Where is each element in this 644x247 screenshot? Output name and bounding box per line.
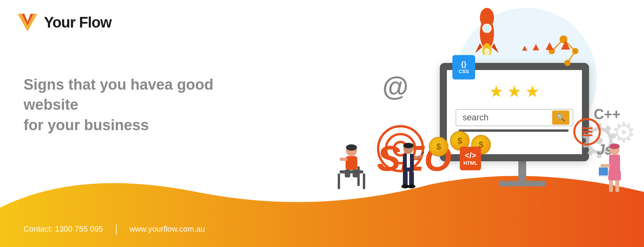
search-text: search [463, 112, 488, 123]
svg-rect-24 [345, 170, 350, 177]
footer-divider: | [115, 223, 117, 235]
headline-line1: Signs that you havea good website [24, 76, 214, 113]
person-standing-pointer [393, 142, 424, 202]
monitor-stand [518, 161, 526, 181]
svg-point-5 [484, 25, 490, 31]
search-button[interactable]: 🔍 [552, 111, 569, 125]
html-badge-symbol: </> [465, 151, 476, 160]
arrow-chart: ▲ ▲ ▲ ▲ [520, 35, 573, 53]
svg-rect-35 [413, 155, 423, 160]
svg-rect-23 [346, 156, 357, 170]
cpp-text: C++ [594, 106, 620, 123]
star-2: ★ [507, 82, 522, 101]
css-badge-label: CSS [459, 68, 469, 74]
svg-point-28 [403, 143, 413, 148]
svg-rect-31 [403, 171, 408, 186]
svg-point-38 [609, 144, 620, 149]
svg-rect-41 [609, 180, 613, 192]
headline-line2: for your business [24, 117, 149, 133]
svg-rect-18 [338, 173, 340, 189]
svg-rect-42 [615, 180, 619, 192]
person-right-laptop [599, 142, 630, 202]
progress-bar [459, 129, 569, 132]
svg-rect-32 [409, 171, 414, 186]
svg-point-22 [346, 144, 357, 151]
illustration-area: @ {} CSS [291, 0, 644, 247]
svg-rect-25 [353, 170, 358, 177]
html-badge-label: HTML [463, 160, 478, 166]
footer-info: Contact: 1300 755 095 | www.yourflow.com… [24, 223, 205, 235]
svg-rect-40 [608, 171, 621, 181]
coin-1: $ [429, 137, 448, 157]
svg-rect-45 [599, 168, 608, 175]
svg-point-16 [564, 60, 571, 66]
website-url: www.yourflow.com.au [130, 225, 205, 234]
yourflow-logo-icon [16, 12, 39, 33]
contact-info: Contact: 1300 755 095 [24, 225, 103, 234]
logo-text: Your Flow [44, 14, 112, 31]
stars-row: ★ ★ ★ [489, 82, 540, 101]
svg-line-36 [421, 149, 424, 154]
svg-rect-19 [363, 173, 365, 189]
svg-rect-30 [407, 154, 410, 168]
css-badge-symbol: {} [461, 60, 467, 68]
svg-point-34 [408, 184, 415, 188]
svg-rect-39 [609, 155, 620, 172]
person-sitting [334, 143, 369, 200]
at-symbol: @ [382, 71, 408, 101]
svg-marker-7 [492, 43, 499, 53]
search-bar: search 🔍 [456, 109, 573, 126]
rocket-icon [471, 4, 503, 63]
svg-rect-26 [340, 158, 348, 161]
html-badge: </> HTML [460, 147, 481, 170]
star-1: ★ [489, 82, 504, 101]
headline-area: Signs that you havea good website for yo… [24, 75, 259, 135]
svg-marker-6 [475, 43, 482, 53]
svg-rect-46 [600, 164, 610, 167]
logo-area: Your Flow [16, 12, 112, 33]
star-3: ★ [525, 82, 540, 101]
monitor-base [499, 181, 546, 186]
